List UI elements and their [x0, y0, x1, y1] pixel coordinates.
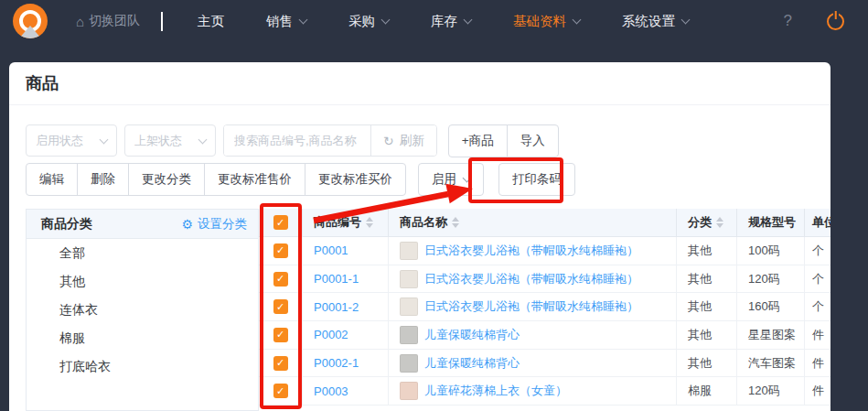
table-row[interactable]: ✓ P0002-1 儿童保暖纯棉背心 其他 汽车图案 件 — [259, 350, 830, 378]
title-bar: 商品 — [9, 62, 830, 105]
sort-icon[interactable] — [366, 217, 373, 228]
enable-dropdown-button[interactable]: 启用 — [418, 163, 484, 196]
batch-action-toolbar: 编辑 删除 更改分类 更改标准售价 更改标准买价 启用 打印条码 — [26, 163, 575, 196]
add-product-button[interactable]: +商品 — [448, 124, 508, 157]
change-std-buy-price-button[interactable]: 更改标准买价 — [305, 163, 406, 196]
gray-vest-thumb[interactable] — [400, 354, 418, 373]
sort-icon[interactable] — [716, 217, 723, 228]
white-robe-thumb[interactable] — [400, 297, 418, 316]
nav-item-sales[interactable]: 销售 — [266, 13, 306, 30]
row-checkbox[interactable]: ✓ — [273, 299, 288, 314]
nav-item-system-settings[interactable]: 系统设置 — [622, 13, 689, 30]
change-category-button[interactable]: 更改分类 — [128, 163, 205, 196]
category-sidebar-title: 商品分类 — [41, 216, 92, 233]
nav-item-home[interactable]: 主页 — [198, 13, 224, 30]
product-code-link[interactable]: P0001 — [314, 243, 348, 257]
help-icon[interactable]: ? — [784, 12, 792, 30]
select-all-checkbox[interactable]: ✓ — [273, 215, 288, 230]
product-code-link[interactable]: P0002 — [314, 328, 348, 341]
top-navbar: ⌂ 切换团队 主页 销售 采购 库存 基础资料 系统设置 ? — [0, 0, 868, 42]
enable-label: 启用 — [432, 171, 456, 188]
filter-toolbar: 启用状态 上架状态 ↻ 刷新 +商品 导入 — [26, 124, 559, 157]
product-code-link[interactable]: P0001-2 — [314, 300, 359, 314]
edit-button[interactable]: 编辑 — [26, 163, 78, 196]
table-row[interactable]: ✓ P0002 儿童保暖纯棉背心 其他 星星图案 件 — [259, 321, 830, 350]
row-checkbox[interactable]: ✓ — [273, 328, 288, 342]
import-button[interactable]: 导入 — [507, 124, 559, 157]
unit-cell: 件 — [805, 350, 830, 377]
change-std-sale-price-button[interactable]: 更改标准售价 — [204, 163, 305, 196]
product-name-link[interactable]: 日式浴衣婴儿浴袍（带帽吸水纯棉睡袍） — [424, 271, 638, 287]
chevron-down-icon — [381, 15, 391, 24]
column-header[interactable]: 商品名称 — [389, 209, 677, 236]
search-group: ↻ 刷新 — [223, 124, 437, 157]
batch-buttons-group: 编辑 删除 更改分类 更改标准售价 更改标准买价 — [26, 163, 406, 196]
refresh-icon: ↻ — [383, 134, 394, 148]
unit-cell: 个 — [805, 293, 830, 320]
nav-item-purchase[interactable]: 采购 — [348, 13, 389, 30]
delete-button[interactable]: 删除 — [77, 163, 129, 196]
sidebar-category-item[interactable]: 其他 — [27, 267, 258, 296]
white-robe-thumb[interactable] — [400, 270, 418, 288]
row-checkbox[interactable]: ✓ — [273, 356, 288, 371]
product-name-link[interactable]: 日式浴衣婴儿浴袍（带帽吸水纯棉睡袍） — [424, 298, 638, 315]
table-row[interactable]: ✓ P0001 日式浴衣婴儿浴袍（带帽吸水纯棉睡袍） 其他 100码 个 — [259, 237, 830, 265]
sidebar-category-item[interactable]: 连体衣 — [27, 296, 258, 324]
chevron-down-icon — [198, 135, 208, 144]
column-header[interactable]: 规格型号 — [737, 209, 805, 236]
category-cell: 其他 — [677, 265, 737, 293]
table-row[interactable]: ✓ P0001-2 日式浴衣婴儿浴袍（带帽吸水纯棉睡袍） 其他 160码 个 — [259, 293, 830, 321]
sidebar-category-item[interactable]: 打底哈衣 — [27, 352, 258, 381]
table-row[interactable]: ✓ P0003 儿童碎花薄棉上衣（女童） 棉服 120码 件 — [259, 377, 830, 406]
switch-team-label: 切换团队 — [89, 13, 140, 29]
page-title: 商品 — [26, 72, 59, 94]
sidebar-category-item[interactable]: 全部 — [27, 239, 258, 267]
product-name-link[interactable]: 儿童碎花薄棉上衣（女童） — [424, 383, 567, 399]
shelf-status-label: 上架状态 — [134, 133, 182, 149]
spec-cell: 120码 — [737, 265, 805, 293]
app-logo-icon[interactable] — [13, 4, 48, 38]
column-header[interactable]: 商品编号 — [303, 209, 389, 236]
set-categories-button[interactable]: ⚙ 设置分类 — [181, 216, 247, 233]
refresh-button[interactable]: ↻ 刷新 — [370, 125, 436, 156]
column-header[interactable]: 分类 — [677, 209, 737, 236]
shelf-status-select[interactable]: 上架状态 — [124, 124, 216, 157]
switch-team-button[interactable]: ⌂ 切换团队 — [76, 13, 140, 29]
search-input[interactable] — [224, 125, 370, 156]
product-code-link[interactable]: P0003 — [314, 384, 348, 398]
table-row[interactable]: ✓ P0001-1 日式浴衣婴儿浴袍（带帽吸水纯棉睡袍） 其他 120码 个 — [259, 265, 830, 294]
row-checkbox[interactable]: ✓ — [273, 243, 288, 258]
spec-cell: 星星图案 — [737, 321, 805, 349]
category-cell: 棉服 — [677, 377, 737, 405]
product-name-link[interactable]: 儿童保暖纯棉背心 — [424, 355, 520, 372]
unit-cell: 件 — [805, 377, 830, 405]
category-sidebar-header: 商品分类 ⚙ 设置分类 — [27, 210, 258, 239]
row-checkbox[interactable]: ✓ — [273, 272, 288, 287]
white-robe-thumb[interactable] — [400, 242, 418, 260]
nav-item-inventory[interactable]: 库存 — [431, 13, 471, 30]
gray-vest-thumb[interactable] — [400, 326, 418, 344]
category-cell: 其他 — [677, 237, 737, 265]
enable-status-label: 启用状态 — [36, 133, 83, 149]
spec-cell: 100码 — [737, 237, 805, 265]
products-table: ✓ 商品编号 商品名称 分类 规格型号 单位 ✓ P0001 日式浴衣婴儿浴袍（… — [259, 209, 830, 411]
floral-top-thumb[interactable] — [400, 382, 418, 400]
sort-icon[interactable] — [452, 217, 459, 228]
sidebar-category-item[interactable]: 棉服 — [27, 324, 258, 352]
row-checkbox[interactable]: ✓ — [273, 384, 288, 398]
nav-item-basic-data[interactable]: 基础资料 — [513, 13, 580, 30]
print-barcode-button[interactable]: 打印条码 — [498, 163, 575, 196]
chevron-down-icon — [463, 174, 472, 183]
product-code-link[interactable]: P0001-1 — [314, 272, 359, 286]
product-code-link[interactable]: P0002-1 — [314, 356, 359, 370]
table-header-row: ✓ 商品编号 商品名称 分类 规格型号 单位 — [259, 209, 830, 237]
column-header[interactable]: 单位 — [805, 209, 830, 236]
category-cell: 其他 — [677, 293, 737, 320]
gear-icon: ⚙ — [181, 217, 193, 232]
product-name-link[interactable]: 儿童保暖纯棉背心 — [424, 327, 520, 343]
main-area: 商品分类 ⚙ 设置分类 全部 其他 连体衣 棉服 打底哈衣 ✓ 商品编号 — [26, 209, 830, 411]
product-name-link[interactable]: 日式浴衣婴儿浴袍（带帽吸水纯棉睡袍） — [424, 243, 638, 259]
power-logout-icon[interactable] — [827, 13, 844, 30]
enable-status-select[interactable]: 启用状态 — [26, 124, 117, 157]
category-list: 全部 其他 连体衣 棉服 打底哈衣 — [27, 239, 258, 381]
